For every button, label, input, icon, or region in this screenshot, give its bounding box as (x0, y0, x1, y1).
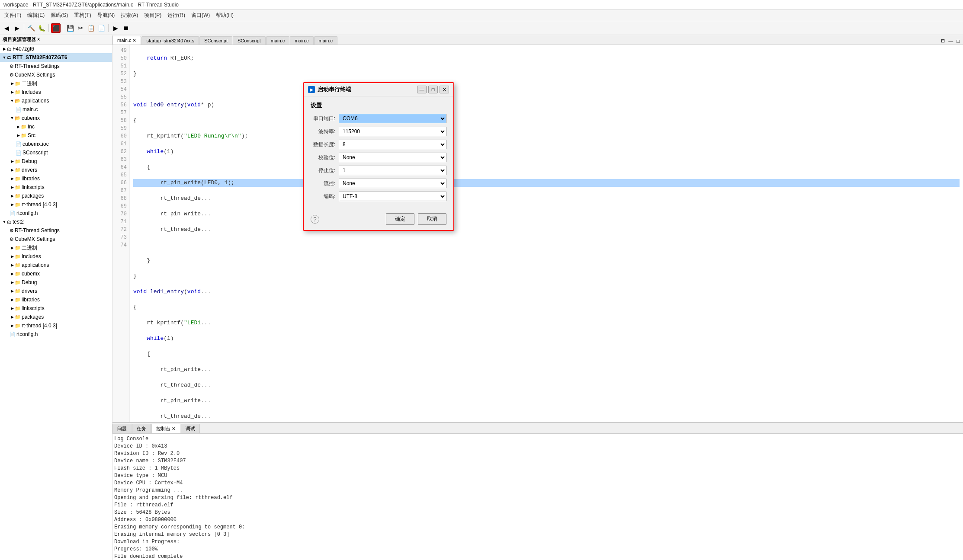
sidebar-item-test2-apps[interactable]: ▶ 📁 applications (0, 261, 112, 269)
tab-mainc-2[interactable]: main.c (266, 36, 289, 45)
dialog-section-label: 设置 (311, 102, 446, 109)
toolbar-save-btn[interactable]: 💾 (65, 23, 75, 33)
sidebar-item-packages[interactable]: ▶ 📁 packages (0, 192, 112, 200)
sidebar-item-test2-debug[interactable]: ▶ 📁 Debug (0, 278, 112, 287)
tab-mainc-4[interactable]: main.c (314, 36, 337, 45)
menu-search[interactable]: 搜索(A) (118, 11, 141, 20)
dialog-cancel-btn[interactable]: 取消 (418, 213, 446, 225)
sidebar-content: ▶ 🗂 F407zgt6 ▼ 🗂 RTT_STM32F407ZGT6 ⚙ RT-… (0, 45, 112, 560)
sidebar-item-drivers[interactable]: ▶ 📁 drivers (0, 166, 112, 174)
sidebar-item-inc[interactable]: ▶ 📁 Inc (0, 122, 112, 131)
sidebar-item-cubemx-settings[interactable]: ⚙ CubeMX Settings (0, 70, 112, 79)
sidebar-item-test2-pkg[interactable]: ▶ 📁 packages (0, 313, 112, 321)
sidebar-item-test2-rtthread[interactable]: ⚙ RT-Thread Settings (0, 226, 112, 235)
menu-source[interactable]: 源码(S) (48, 11, 71, 20)
menu-file[interactable]: 文件(F) (2, 11, 24, 20)
sidebar-item-cubemx-ioc[interactable]: 📄 cubemx.ioc (0, 140, 112, 148)
console-line: Opening and parsing file: rtthread.elf (114, 494, 961, 502)
dialog-select-encoding[interactable]: UTF-8 GBK ASCII (339, 192, 446, 201)
sidebar-item-test2-binary[interactable]: ▶ 📁 二进制 (0, 243, 112, 252)
dialog-select-parity[interactable]: None Even Odd (339, 153, 446, 162)
menu-project[interactable]: 项目(P) (141, 11, 164, 20)
dialog-select-baud[interactable]: 115200 9600 57600 (339, 127, 446, 136)
sidebar-item-linkscripts[interactable]: ▶ 📁 linkscripts (0, 183, 112, 192)
sidebar-label-drivers: drivers (22, 167, 37, 173)
dialog-minimize-btn[interactable]: — (417, 86, 427, 93)
code-line: { (133, 163, 960, 171)
toolbar-back-btn[interactable]: ◀ (2, 23, 11, 33)
sidebar-label-test2-cubemxf: cubemx (22, 271, 40, 277)
dialog-close-btn[interactable]: ✕ (440, 86, 449, 93)
menu-window[interactable]: 窗口(W) (189, 11, 212, 20)
project-icon-test2: 🗂 (7, 219, 12, 224)
folder-icon-t2-rt: 📁 (15, 323, 21, 329)
toolbar-sep4 (108, 24, 109, 32)
sidebar-item-cubemx[interactable]: ▼ 📂 cubemx (0, 114, 112, 122)
sidebar-item-src[interactable]: ▶ 📁 Src (0, 131, 112, 140)
title-text: workspace - RTT_STM32F407ZGT6/applicatio… (3, 2, 179, 8)
code-line: rt_kprintf("LED1... (133, 319, 960, 327)
sidebar-item-rtthread[interactable]: ▶ 📁 rt-thread [4.0.3] (0, 200, 112, 209)
code-line (133, 241, 960, 249)
bottom-tab-console[interactable]: 控制台 ✕ (151, 424, 180, 433)
tab-mainc-1[interactable]: main.c ✕ (112, 36, 141, 45)
dialog-select-flowctrl[interactable]: None RTS/CTS (339, 179, 446, 188)
sidebar-label-cubemx: cubemx (22, 115, 40, 121)
sidebar-item-test2-rtconfig[interactable]: 📄 rtconfig.h (0, 330, 112, 339)
bottom-tab-problems[interactable]: 问题 (112, 424, 132, 433)
sidebar-item-includes[interactable]: ▶ 📁 Includes (0, 88, 112, 96)
sidebar-item-test2[interactable]: ▼ 🗂 test2 (0, 218, 112, 226)
tab-action-min[interactable]: — (947, 38, 955, 45)
tab-action-max[interactable]: □ (955, 38, 961, 45)
toolbar-build-btn[interactable]: 🔨 (26, 23, 36, 33)
sidebar-item-test2-rtthread-folder[interactable]: ▶ 📁 rt-thread [4.0.3] (0, 321, 112, 330)
console-line: Download in Progress: (114, 538, 961, 546)
code-line: } (133, 272, 960, 280)
toolbar-paste-btn[interactable]: 📄 (96, 23, 106, 33)
toolbar-terminal-btn[interactable]: ⬛ (51, 23, 61, 33)
sidebar-item-test2-link[interactable]: ▶ 📁 linkscripts (0, 304, 112, 313)
menu-help[interactable]: 帮助(H) (213, 11, 236, 20)
toolbar-copy-btn[interactable]: 📋 (86, 23, 96, 33)
tab-sconscript-1[interactable]: SConscript (199, 36, 232, 45)
sidebar-item-libraries[interactable]: ▶ 📁 libraries (0, 174, 112, 183)
code-content[interactable]: return RT_EOK; } void led0_entry(void* p… (130, 45, 963, 422)
toolbar-cut-btn[interactable]: ✂ (76, 23, 85, 33)
sidebar-item-applications[interactable]: ▼ 📂 applications (0, 96, 112, 105)
sidebar-item-debug[interactable]: ▶ 📁 Debug (0, 157, 112, 166)
menu-refactor[interactable]: 重构(T) (71, 11, 93, 20)
dialog-help-icon[interactable]: ? (311, 215, 319, 224)
menu-run[interactable]: 运行(R) (165, 11, 188, 20)
sidebar-item-binary[interactable]: ▶ 📁 二进制 (0, 79, 112, 88)
sidebar-item-rtthread-settings[interactable]: ⚙ RT-Thread Settings (0, 62, 112, 70)
bottom-tab-debug[interactable]: 调试 (181, 424, 200, 433)
toolbar-forward-btn[interactable]: ▶ (12, 23, 22, 33)
folder-icon-cubemx: 📂 (15, 115, 21, 121)
sidebar-item-f407zgt6[interactable]: ▶ 🗂 F407zgt6 (0, 45, 112, 53)
dialog-select-port[interactable]: COM6 COM1 COM2 COM3 (339, 114, 446, 123)
tab-sconscript-2[interactable]: SConscript (233, 36, 266, 45)
sidebar-item-rtconfig[interactable]: 📄 rtconfig.h (0, 209, 112, 218)
sidebar-item-mainc[interactable]: 📄 main.c (0, 105, 112, 114)
dialog-maximize-btn[interactable]: □ (428, 86, 438, 93)
bottom-tab-tasks[interactable]: 任务 (132, 424, 151, 433)
sidebar-item-test2-cubemxf[interactable]: ▶ 📁 cubemx (0, 269, 112, 278)
tree-arrow-t2-apps: ▶ (10, 263, 15, 267)
toolbar-debug-btn[interactable]: 🐛 (37, 23, 46, 33)
sidebar-item-test2-libs[interactable]: ▶ 📁 libraries (0, 295, 112, 304)
dialog-select-datalen[interactable]: 8 7 (339, 140, 446, 149)
tab-action-menu[interactable]: ⊟ (939, 37, 947, 45)
dialog-confirm-btn[interactable]: 确定 (386, 213, 414, 225)
menu-navigate[interactable]: 导航(N) (95, 11, 118, 20)
tab-mainc-3[interactable]: main.c (290, 36, 313, 45)
toolbar-run-btn[interactable]: ▶ (111, 23, 120, 33)
sidebar-item-test2-cubemx[interactable]: ⚙ CubeMX Settings (0, 235, 112, 243)
menu-edit[interactable]: 编辑(E) (25, 11, 47, 20)
sidebar-item-sconscript1[interactable]: 📄 SConscript (0, 148, 112, 157)
sidebar-item-rtt[interactable]: ▼ 🗂 RTT_STM32F407ZGT6 (0, 53, 112, 62)
sidebar-item-test2-drivers[interactable]: ▶ 📁 drivers (0, 287, 112, 295)
toolbar-stop-btn[interactable]: ⏹ (121, 23, 131, 33)
tab-startup[interactable]: startup_stm32f407xx.s (141, 36, 199, 45)
dialog-select-stopbits[interactable]: 1 2 (339, 166, 446, 175)
sidebar-item-test2-includes[interactable]: ▶ 📁 Includes (0, 252, 112, 261)
